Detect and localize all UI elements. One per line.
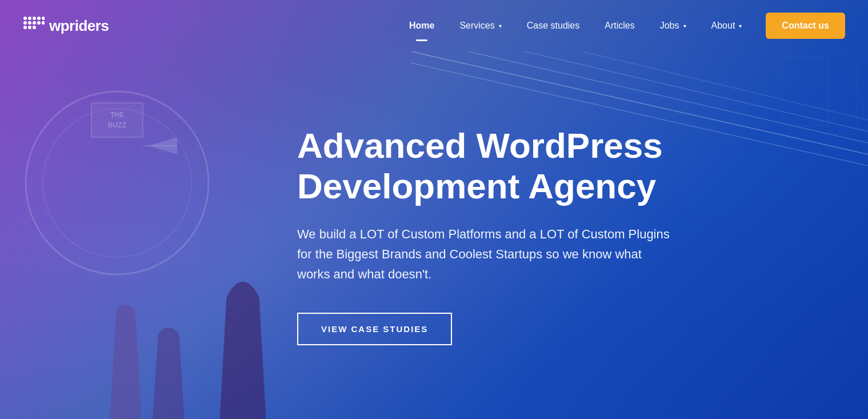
- svg-point-21: [37, 21, 41, 25]
- cta-button[interactable]: VIEW CASE STUDIES: [297, 313, 452, 345]
- svg-point-26: [42, 21, 45, 25]
- contact-button[interactable]: Contact us: [766, 13, 845, 39]
- logo[interactable]: wpriders: [23, 16, 109, 35]
- services-chevron-icon: ▾: [499, 23, 502, 29]
- svg-point-14: [23, 17, 27, 20]
- svg-point-19: [28, 21, 31, 25]
- nav-item-services[interactable]: Services ▾: [447, 0, 514, 51]
- svg-point-16: [33, 17, 36, 20]
- hero-content: Advanced WordPress Development Agency We…: [0, 0, 868, 419]
- hero-section: THE BUZZ: [0, 0, 868, 419]
- svg-point-22: [23, 26, 27, 29]
- svg-point-25: [42, 17, 45, 20]
- logo-text: wpriders: [49, 17, 109, 35]
- svg-point-24: [33, 26, 36, 29]
- nav-item-home[interactable]: Home: [397, 0, 447, 51]
- nav-item-jobs[interactable]: Jobs ▾: [647, 0, 699, 51]
- svg-point-20: [33, 21, 36, 25]
- svg-point-18: [23, 21, 27, 25]
- nav-item-articles[interactable]: Articles: [592, 0, 647, 51]
- jobs-chevron-icon: ▾: [683, 23, 686, 29]
- main-nav: Home Services ▾ Case studies Articles Jo…: [397, 0, 845, 51]
- svg-point-23: [28, 26, 31, 29]
- site-header: wpriders Home Services ▾ Case studies Ar…: [0, 0, 868, 51]
- nav-item-case-studies[interactable]: Case studies: [514, 0, 593, 51]
- nav-item-about[interactable]: About ▾: [699, 0, 755, 51]
- hero-title: Advanced WordPress Development Agency: [297, 125, 686, 207]
- hero-subtitle: We build a LOT of Custom Platforms and a…: [297, 224, 674, 285]
- svg-point-15: [28, 17, 31, 20]
- svg-point-17: [37, 17, 41, 20]
- about-chevron-icon: ▾: [739, 23, 742, 29]
- logo-icon: [23, 16, 45, 35]
